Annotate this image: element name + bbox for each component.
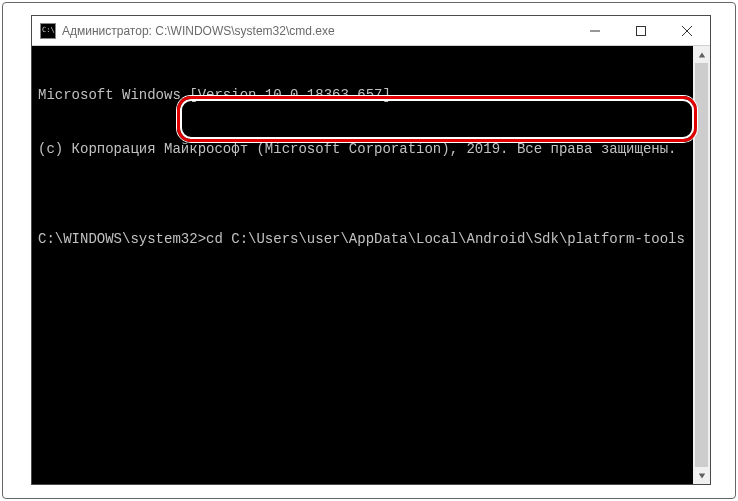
minimize-button[interactable]	[572, 16, 618, 45]
close-button[interactable]	[664, 16, 710, 45]
terminal-prompt-line: C:\WINDOWS\system32>cd C:\Users\user\App…	[38, 230, 704, 248]
terminal-output-line: (c) Корпорация Майкрософт (Microsoft Cor…	[38, 140, 704, 158]
screenshot-frame: Администратор: C:\WINDOWS\system32\cmd.e…	[2, 2, 736, 499]
maximize-button[interactable]	[618, 16, 664, 45]
window-controls	[572, 16, 710, 45]
scroll-down-button[interactable]	[693, 467, 710, 484]
titlebar[interactable]: Администратор: C:\WINDOWS\system32\cmd.e…	[32, 16, 710, 46]
scroll-up-button[interactable]	[693, 46, 710, 63]
vertical-scrollbar[interactable]	[693, 46, 710, 484]
cmd-window: Администратор: C:\WINDOWS\system32\cmd.e…	[31, 15, 711, 485]
cmd-icon	[40, 23, 56, 39]
scroll-track[interactable]	[693, 63, 710, 467]
terminal-prompt: C:\WINDOWS\system32>	[38, 231, 206, 247]
terminal-output-line: Microsoft Windows [Version 10.0.18363.65…	[38, 86, 704, 104]
scroll-thumb[interactable]	[695, 63, 708, 467]
svg-rect-1	[637, 26, 646, 35]
window-title: Администратор: C:\WINDOWS\system32\cmd.e…	[62, 24, 572, 38]
terminal-area[interactable]: Microsoft Windows [Version 10.0.18363.65…	[32, 46, 710, 484]
terminal-command: cd C:\Users\user\AppData\Local\Android\S…	[206, 231, 685, 247]
